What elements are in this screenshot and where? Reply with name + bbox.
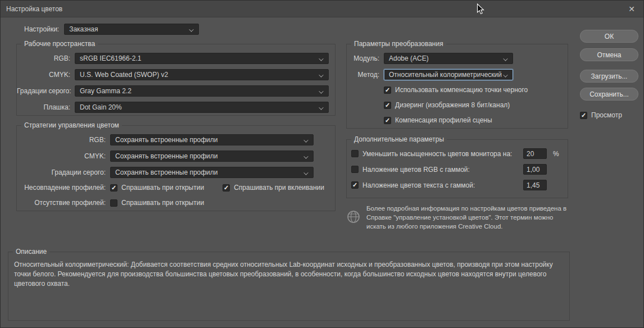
color-settings-dialog: { "window": { "title": "Настройка цветов… xyxy=(0,0,644,328)
desaturate-monitor-suffix: % xyxy=(551,150,562,158)
policies-title: Стратегии управления цветом xyxy=(21,121,122,129)
blend-rgb-gamma-checkbox[interactable] xyxy=(351,166,359,173)
pol-rgb-label: RGB: xyxy=(17,136,110,144)
policies-group: Стратегии управления цветом RGB: Сохраня… xyxy=(16,125,335,211)
description-group: Описание Относительный колориметрический… xyxy=(8,252,570,321)
intent-label: Метод: xyxy=(347,71,384,79)
settings-preset-value: Заказная xyxy=(69,25,98,33)
desaturate-monitor-row: Уменьшить насыщенность цветов монитора н… xyxy=(351,148,562,159)
blend-text-gamma-label: Наложение цветов текста с гаммой: xyxy=(362,181,475,189)
settings-row: Настройки: Заказная xyxy=(24,24,199,35)
ask-when-opening-option[interactable]: Спрашивать при открытии xyxy=(110,183,204,192)
pol-gray-dropdown[interactable]: Сохранять встроенные профили xyxy=(110,167,314,178)
ws-spot-dropdown[interactable]: Dot Gain 20% xyxy=(75,102,329,113)
use-dither-option[interactable]: Дизеринг (изображения 8 бит/канал) xyxy=(384,101,561,110)
engine-row: Модуль: Adobe (ACE) xyxy=(347,53,561,64)
description-title: Описание xyxy=(13,248,49,256)
info-text: Более подробная информация по настройкам… xyxy=(366,204,570,231)
missing-ask-when-opening-label: Спрашивать при открытии xyxy=(121,199,204,207)
black-point-compensation-option[interactable]: Использовать компенсацию точки черного xyxy=(384,85,561,94)
use-dither-label: Дизеринг (изображения 8 бит/канал) xyxy=(395,101,510,109)
working-spaces-title: Рабочие пространства xyxy=(21,40,98,48)
pol-rgb-dropdown[interactable]: Сохранять встроенные профили xyxy=(110,134,314,145)
intent-row: Метод: Относительный колориметрический xyxy=(347,69,561,80)
black-point-compensation-label: Использовать компенсацию точки черного xyxy=(395,86,528,94)
ws-rgb-dropdown[interactable]: sRGB IEC61966-2.1 xyxy=(75,53,329,64)
advanced-controls-group: Дополнительные параметры Уменьшить насыщ… xyxy=(346,139,568,198)
profile-mismatch-label: Несовпадение профилей: xyxy=(17,184,110,192)
engine-label: Модуль: xyxy=(347,54,384,62)
black-point-compensation-checkbox[interactable] xyxy=(384,86,391,94)
engine-value: Adobe (ACE) xyxy=(389,54,429,62)
chevron-down-icon xyxy=(189,27,193,31)
sync-settings-icon xyxy=(346,209,361,224)
ws-spot-row: Плашка: Dot Gain 20% xyxy=(17,102,329,113)
ask-when-opening-checkbox[interactable] xyxy=(110,184,117,192)
missing-profiles-label: Отсутствие профилей: xyxy=(17,199,110,207)
chevron-down-icon xyxy=(319,105,323,110)
ws-cmyk-dropdown[interactable]: U.S. Web Coated (SWOP) v2 xyxy=(75,69,329,80)
ask-when-pasting-label: Спрашивать при вклеивании xyxy=(234,184,324,192)
ws-spot-label: Плашка: xyxy=(17,103,75,111)
pol-cmyk-label: CMYK: xyxy=(17,152,110,160)
ws-cmyk-row: CMYK: U.S. Web Coated (SWOP) v2 xyxy=(17,69,329,80)
scene-profiles-checkbox[interactable] xyxy=(384,117,391,124)
blend-rgb-gamma-row: Наложение цветов RGB с гаммой: xyxy=(351,164,562,175)
close-icon[interactable]: ✕ xyxy=(625,3,638,15)
ws-spot-value: Dot Gain 20% xyxy=(80,103,122,111)
ws-cmyk-label: CMYK: xyxy=(17,71,75,79)
scene-profiles-option[interactable]: Компенсация профилей сцены xyxy=(384,116,561,125)
preview-label: Просмотр xyxy=(591,111,622,119)
load-button[interactable]: Загрузить... xyxy=(580,70,638,83)
pol-rgb-value: Сохранять встроенные профили xyxy=(115,136,218,144)
intent-value: Относительный колориметрический xyxy=(389,71,502,79)
chevron-down-icon xyxy=(319,89,323,93)
desaturate-monitor-checkbox[interactable] xyxy=(351,150,359,157)
ws-rgb-label: RGB: xyxy=(17,54,75,62)
settings-label: Настройки: xyxy=(24,25,59,33)
save-button[interactable]: Сохранить... xyxy=(580,88,638,101)
conversion-options-title: Параметры преобразования xyxy=(351,40,446,48)
ok-button[interactable]: ОК xyxy=(580,30,638,43)
ws-gray-row: Градации серого: Gray Gamma 2.2 xyxy=(17,85,329,97)
chevron-down-icon xyxy=(319,56,323,61)
engine-dropdown[interactable]: Adobe (ACE) xyxy=(384,53,513,64)
ws-gray-label: Градации серого: xyxy=(17,87,75,95)
title-bar: Настройка цветов ✕ xyxy=(1,1,643,17)
blend-text-gamma-checkbox[interactable] xyxy=(351,181,359,189)
blend-rgb-gamma-input[interactable] xyxy=(523,164,547,175)
advanced-controls-title: Дополнительные параметры xyxy=(351,135,447,143)
missing-ask-when-opening-checkbox[interactable] xyxy=(110,199,117,207)
ask-when-pasting-checkbox[interactable] xyxy=(223,184,230,192)
pol-gray-value: Сохранять встроенные профили xyxy=(115,168,218,176)
ask-when-opening-label: Спрашивать при открытии xyxy=(121,184,204,192)
missing-profiles-row: Отсутствие профилей: Спрашивать при откр… xyxy=(17,198,329,207)
ws-gray-dropdown[interactable]: Gray Gamma 2.2 xyxy=(75,85,329,97)
pol-cmyk-row: CMYK: Сохранять встроенные профили xyxy=(17,151,329,162)
ws-cmyk-value: U.S. Web Coated (SWOP) v2 xyxy=(80,71,168,79)
preview-option[interactable]: Просмотр xyxy=(580,111,622,119)
preview-checkbox[interactable] xyxy=(580,112,587,119)
blend-rgb-gamma-label: Наложение цветов RGB с гаммой: xyxy=(362,166,470,174)
ask-when-pasting-option[interactable]: Спрашивать при вклеивании xyxy=(223,183,324,192)
settings-preset-dropdown[interactable]: Заказная xyxy=(64,24,199,35)
chevron-down-icon xyxy=(303,154,308,158)
desaturate-monitor-input[interactable] xyxy=(523,148,547,159)
chevron-down-icon xyxy=(303,138,308,142)
mouse-cursor xyxy=(477,3,485,15)
pol-gray-label: Градации серого: xyxy=(17,168,110,176)
missing-ask-when-opening-option[interactable]: Спрашивать при открытии xyxy=(110,198,204,207)
chevron-down-icon xyxy=(303,170,308,175)
pol-cmyk-value: Сохранять встроенные профили xyxy=(115,152,218,160)
info-note: Более подробная информация по настройкам… xyxy=(346,204,570,231)
blend-text-gamma-input[interactable] xyxy=(523,180,547,190)
pol-gray-row: Градации серого: Сохранять встроенные пр… xyxy=(17,167,329,178)
chevron-down-icon xyxy=(319,72,323,77)
pol-cmyk-dropdown[interactable]: Сохранять встроенные профили xyxy=(110,151,314,162)
chevron-down-icon xyxy=(503,72,507,77)
scene-profiles-label: Компенсация профилей сцены xyxy=(395,116,492,124)
use-dither-checkbox[interactable] xyxy=(384,102,391,109)
blend-text-gamma-row: Наложение цветов текста с гаммой: xyxy=(351,180,562,190)
cancel-button[interactable]: Отмена xyxy=(580,48,638,61)
intent-dropdown[interactable]: Относительный колориметрический xyxy=(384,69,513,80)
